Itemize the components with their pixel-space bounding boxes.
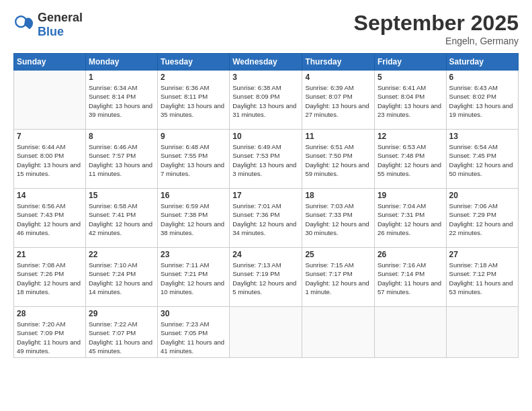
day-info: Sunrise: 7:04 AM Sunset: 7:31 PM Dayligh… (378, 201, 443, 237)
table-row (374, 307, 446, 358)
day-number: 29 (89, 309, 154, 318)
table-row: 6Sunrise: 6:43 AM Sunset: 8:02 PM Daylig… (446, 71, 518, 130)
title-block: September 2025 Engeln, Germany (354, 11, 519, 46)
day-info: Sunrise: 7:23 AM Sunset: 7:05 PM Dayligh… (161, 320, 226, 355)
day-number: 23 (161, 250, 226, 259)
day-number: 3 (232, 73, 299, 82)
table-row: 30Sunrise: 7:23 AM Sunset: 7:05 PM Dayli… (158, 307, 230, 358)
table-row: 16Sunrise: 6:59 AM Sunset: 7:38 PM Dayli… (158, 189, 230, 248)
day-number: 7 (17, 132, 83, 141)
col-sunday: Sunday (14, 54, 86, 71)
table-row: 15Sunrise: 6:58 AM Sunset: 7:41 PM Dayli… (85, 189, 157, 248)
table-row: 27Sunrise: 7:18 AM Sunset: 7:12 PM Dayli… (446, 248, 518, 307)
logo-icon (13, 14, 35, 36)
table-row: 19Sunrise: 7:04 AM Sunset: 7:31 PM Dayli… (374, 189, 446, 248)
calendar-week-1: 1Sunrise: 6:34 AM Sunset: 8:14 PM Daylig… (14, 71, 519, 130)
table-row: 24Sunrise: 7:13 AM Sunset: 7:19 PM Dayli… (230, 248, 302, 307)
day-info: Sunrise: 6:53 AM Sunset: 7:48 PM Dayligh… (378, 142, 443, 178)
day-info: Sunrise: 6:34 AM Sunset: 8:14 PM Dayligh… (89, 83, 154, 119)
table-row: 20Sunrise: 7:06 AM Sunset: 7:29 PM Dayli… (446, 189, 518, 248)
day-info: Sunrise: 6:46 AM Sunset: 7:57 PM Dayligh… (89, 142, 154, 178)
table-row: 18Sunrise: 7:03 AM Sunset: 7:33 PM Dayli… (302, 189, 375, 248)
table-row: 12Sunrise: 6:53 AM Sunset: 7:48 PM Dayli… (374, 130, 446, 189)
day-number: 11 (305, 132, 371, 141)
day-number: 1 (89, 73, 154, 82)
svg-point-0 (15, 16, 26, 27)
calendar-week-3: 14Sunrise: 6:56 AM Sunset: 7:43 PM Dayli… (14, 189, 519, 248)
day-number: 20 (449, 191, 515, 200)
day-info: Sunrise: 7:15 AM Sunset: 7:17 PM Dayligh… (305, 261, 371, 296)
day-number: 4 (305, 73, 371, 82)
table-row (14, 71, 86, 130)
day-info: Sunrise: 7:01 AM Sunset: 7:36 PM Dayligh… (232, 201, 299, 237)
day-number: 22 (89, 250, 154, 259)
col-tuesday: Tuesday (158, 54, 230, 71)
table-row: 17Sunrise: 7:01 AM Sunset: 7:36 PM Dayli… (230, 189, 302, 248)
day-number: 17 (232, 191, 299, 200)
day-info: Sunrise: 7:13 AM Sunset: 7:19 PM Dayligh… (232, 261, 299, 296)
day-number: 27 (449, 250, 515, 259)
table-row: 13Sunrise: 6:54 AM Sunset: 7:45 PM Dayli… (446, 130, 518, 189)
day-number: 15 (89, 191, 154, 200)
calendar-table: Sunday Monday Tuesday Wednesday Thursday… (13, 53, 519, 358)
table-row: 10Sunrise: 6:49 AM Sunset: 7:53 PM Dayli… (230, 130, 302, 189)
table-row: 9Sunrise: 6:48 AM Sunset: 7:55 PM Daylig… (158, 130, 230, 189)
table-row: 11Sunrise: 6:51 AM Sunset: 7:50 PM Dayli… (302, 130, 375, 189)
day-info: Sunrise: 6:39 AM Sunset: 8:07 PM Dayligh… (305, 83, 371, 119)
day-info: Sunrise: 7:20 AM Sunset: 7:09 PM Dayligh… (17, 320, 83, 355)
calendar-week-2: 7Sunrise: 6:44 AM Sunset: 8:00 PM Daylig… (14, 130, 519, 189)
calendar-week-4: 21Sunrise: 7:08 AM Sunset: 7:26 PM Dayli… (14, 248, 519, 307)
table-row (446, 307, 518, 358)
page: General Blue September 2025 Engeln, Germ… (0, 0, 532, 411)
day-info: Sunrise: 6:38 AM Sunset: 8:09 PM Dayligh… (232, 83, 299, 119)
table-row: 14Sunrise: 6:56 AM Sunset: 7:43 PM Dayli… (14, 189, 86, 248)
day-info: Sunrise: 6:36 AM Sunset: 8:11 PM Dayligh… (161, 83, 226, 119)
logo-general-text: General (38, 11, 83, 25)
day-number: 10 (232, 132, 299, 141)
logo-blue-text: Blue (38, 25, 83, 39)
col-wednesday: Wednesday (230, 54, 302, 71)
day-info: Sunrise: 6:43 AM Sunset: 8:02 PM Dayligh… (449, 83, 515, 119)
table-row: 7Sunrise: 6:44 AM Sunset: 8:00 PM Daylig… (14, 130, 86, 189)
table-row: 21Sunrise: 7:08 AM Sunset: 7:26 PM Dayli… (14, 248, 86, 307)
day-number: 18 (305, 191, 371, 200)
table-row: 8Sunrise: 6:46 AM Sunset: 7:57 PM Daylig… (85, 130, 157, 189)
day-info: Sunrise: 6:59 AM Sunset: 7:38 PM Dayligh… (161, 201, 226, 237)
day-number: 13 (449, 132, 515, 141)
header: General Blue September 2025 Engeln, Germ… (13, 11, 519, 46)
day-info: Sunrise: 6:51 AM Sunset: 7:50 PM Dayligh… (305, 142, 371, 178)
day-number: 19 (378, 191, 443, 200)
col-thursday: Thursday (302, 54, 375, 71)
day-info: Sunrise: 7:16 AM Sunset: 7:14 PM Dayligh… (378, 261, 443, 296)
calendar-location: Engeln, Germany (354, 36, 519, 46)
day-number: 24 (232, 250, 299, 259)
logo-text: General Blue (38, 11, 83, 39)
day-info: Sunrise: 7:03 AM Sunset: 7:33 PM Dayligh… (305, 201, 371, 237)
day-info: Sunrise: 6:48 AM Sunset: 7:55 PM Dayligh… (161, 142, 226, 178)
table-row (302, 307, 375, 358)
day-info: Sunrise: 6:54 AM Sunset: 7:45 PM Dayligh… (449, 142, 515, 178)
day-number: 5 (378, 73, 443, 82)
day-number: 14 (17, 191, 83, 200)
day-number: 28 (17, 309, 83, 318)
col-monday: Monday (85, 54, 157, 71)
day-info: Sunrise: 7:06 AM Sunset: 7:29 PM Dayligh… (449, 201, 515, 237)
day-number: 30 (161, 309, 226, 318)
table-row: 3Sunrise: 6:38 AM Sunset: 8:09 PM Daylig… (230, 71, 302, 130)
day-number: 25 (305, 250, 371, 259)
table-row: 29Sunrise: 7:22 AM Sunset: 7:07 PM Dayli… (85, 307, 157, 358)
table-row (230, 307, 302, 358)
col-saturday: Saturday (446, 54, 518, 71)
col-friday: Friday (374, 54, 446, 71)
day-number: 8 (89, 132, 154, 141)
day-info: Sunrise: 7:11 AM Sunset: 7:21 PM Dayligh… (161, 261, 226, 296)
table-row: 26Sunrise: 7:16 AM Sunset: 7:14 PM Dayli… (374, 248, 446, 307)
logo: General Blue (13, 11, 83, 39)
table-row: 25Sunrise: 7:15 AM Sunset: 7:17 PM Dayli… (302, 248, 375, 307)
calendar-week-5: 28Sunrise: 7:20 AM Sunset: 7:09 PM Dayli… (14, 307, 519, 358)
table-row: 5Sunrise: 6:41 AM Sunset: 8:04 PM Daylig… (374, 71, 446, 130)
day-number: 16 (161, 191, 226, 200)
day-number: 12 (378, 132, 443, 141)
day-info: Sunrise: 6:41 AM Sunset: 8:04 PM Dayligh… (378, 83, 443, 119)
day-info: Sunrise: 6:56 AM Sunset: 7:43 PM Dayligh… (17, 201, 83, 237)
